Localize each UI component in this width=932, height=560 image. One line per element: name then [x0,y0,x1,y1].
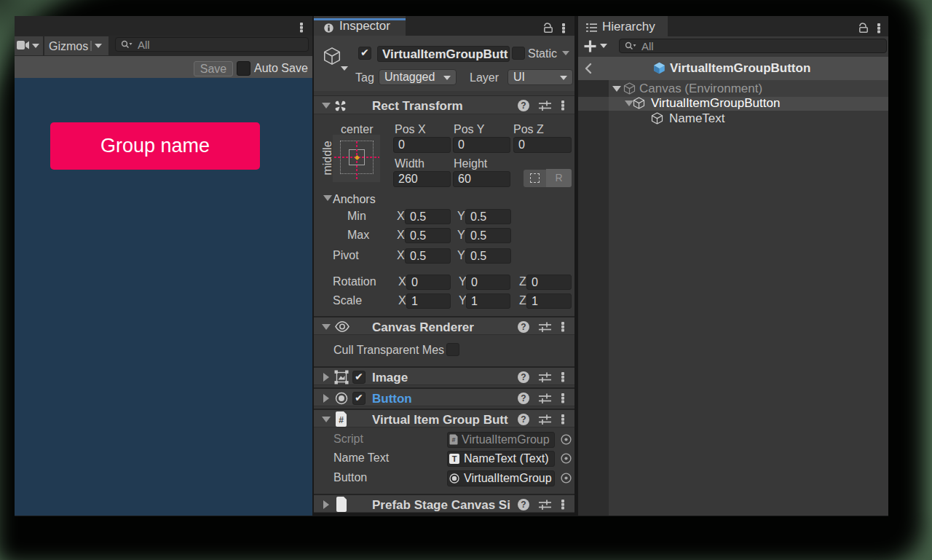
svg-text:#: # [451,436,455,443]
svg-text:?: ? [521,393,526,403]
svg-text:?: ? [521,100,526,111]
svg-text:#: # [339,415,344,425]
svg-text:?: ? [521,322,526,332]
svg-text:T: T [452,454,457,463]
svg-text:?: ? [521,500,526,510]
svg-text:?: ? [521,414,526,425]
svg-text:?: ? [521,372,526,382]
